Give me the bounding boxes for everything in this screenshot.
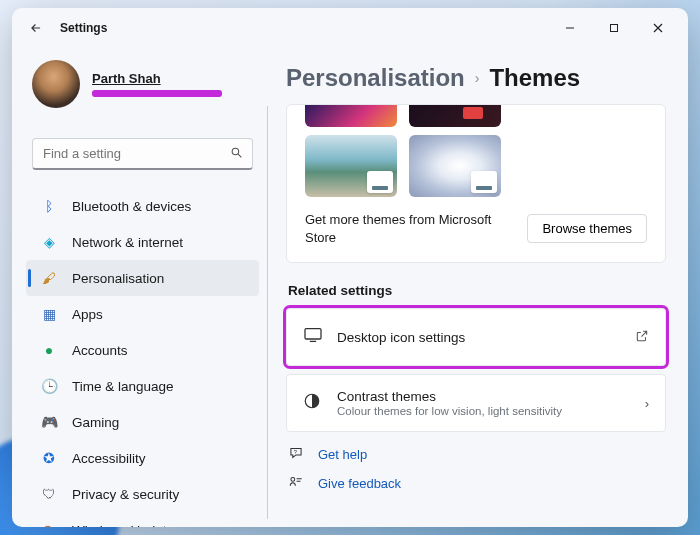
theme-tile[interactable] <box>305 135 397 197</box>
accessibility-icon: ✪ <box>40 449 58 467</box>
profile-block[interactable]: Parth Shah <box>26 54 259 120</box>
sidebar-item-label: Windows Update <box>72 523 174 528</box>
sidebar-item-gaming[interactable]: 🎮Gaming <box>26 404 259 440</box>
apps-icon: ▦ <box>40 305 58 323</box>
sidebar-item-label: Apps <box>72 307 103 322</box>
breadcrumb-current: Themes <box>489 64 580 92</box>
minimize-button[interactable] <box>548 12 592 44</box>
theme-tile[interactable] <box>409 135 501 197</box>
maximize-button[interactable] <box>592 12 636 44</box>
bluetooth-icon: ᛒ <box>40 197 58 215</box>
search-input[interactable] <box>32 138 253 170</box>
titlebar: Settings <box>12 8 688 48</box>
contrast-icon <box>303 392 327 414</box>
theme-tile[interactable] <box>305 105 397 127</box>
search-box <box>32 138 253 170</box>
shield-icon: 🛡 <box>40 485 58 503</box>
close-button[interactable] <box>636 12 680 44</box>
sidebar-item-label: Privacy & security <box>72 487 179 502</box>
wifi-icon: ◈ <box>40 233 58 251</box>
svg-rect-4 <box>305 329 321 339</box>
svg-point-2 <box>232 148 239 155</box>
open-external-icon <box>635 329 649 346</box>
sidebar-item-label: Network & internet <box>72 235 183 250</box>
sidebar-item-accessibility[interactable]: ✪Accessibility <box>26 440 259 476</box>
row-title: Contrast themes <box>337 389 645 404</box>
browse-themes-button[interactable]: Browse themes <box>527 214 647 243</box>
main-pane: Personalisation › Themes Get more th <box>268 48 688 527</box>
get-help-link[interactable]: Get help <box>318 447 367 462</box>
sidebar-item-apps[interactable]: ▦Apps <box>26 296 259 332</box>
related-settings-heading: Related settings <box>288 283 666 298</box>
sidebar-item-label: Accounts <box>72 343 128 358</box>
sidebar-item-network-internet[interactable]: ◈Network & internet <box>26 224 259 260</box>
update-icon: ⟳ <box>40 521 58 527</box>
nav-list: ᛒBluetooth & devices◈Network & internet🖌… <box>26 188 259 527</box>
give-feedback-row[interactable]: Give feedback <box>286 469 666 498</box>
sidebar-item-windows-update[interactable]: ⟳Windows Update <box>26 512 259 527</box>
sidebar-item-personalisation[interactable]: 🖌Personalisation <box>26 260 259 296</box>
avatar <box>32 60 80 108</box>
breadcrumb-parent[interactable]: Personalisation <box>286 64 465 92</box>
svg-point-8 <box>291 478 295 482</box>
breadcrumb: Personalisation › Themes <box>286 64 666 92</box>
contrast-themes-row[interactable]: Contrast themes Colour themes for low vi… <box>286 374 666 432</box>
svg-text:?: ? <box>294 449 297 455</box>
profile-name: Parth Shah <box>92 71 222 86</box>
settings-window: Settings Parth Shah <box>12 8 688 527</box>
give-feedback-link[interactable]: Give feedback <box>318 476 401 491</box>
sidebar-item-label: Time & language <box>72 379 174 394</box>
sidebar-item-privacy-security[interactable]: 🛡Privacy & security <box>26 476 259 512</box>
sidebar-item-label: Personalisation <box>72 271 164 286</box>
sidebar-item-label: Bluetooth & devices <box>72 199 191 214</box>
window-title: Settings <box>60 21 107 35</box>
sidebar-item-label: Gaming <box>72 415 119 430</box>
theme-tile[interactable] <box>409 105 501 127</box>
profile-email-redacted <box>92 90 222 97</box>
themes-card: Get more themes from Microsoft Store Bro… <box>286 104 666 263</box>
back-button[interactable] <box>20 12 52 44</box>
sidebar: Parth Shah ᛒBluetooth & devices◈Network … <box>12 48 267 527</box>
row-title: Desktop icon settings <box>337 330 635 345</box>
svg-line-3 <box>238 154 241 157</box>
monitor-icon <box>303 327 327 347</box>
row-subtitle: Colour themes for low vision, light sens… <box>337 405 645 417</box>
sidebar-item-time-language[interactable]: 🕒Time & language <box>26 368 259 404</box>
search-icon <box>230 146 243 162</box>
clock-globe-icon: 🕒 <box>40 377 58 395</box>
help-icon: ? <box>288 446 306 463</box>
desktop-icon-settings-row[interactable]: Desktop icon settings <box>286 308 666 366</box>
person-icon: ● <box>40 341 58 359</box>
chevron-right-icon: › <box>475 70 480 86</box>
chevron-right-icon: › <box>645 396 649 411</box>
sidebar-item-label: Accessibility <box>72 451 146 466</box>
sidebar-item-bluetooth-devices[interactable]: ᛒBluetooth & devices <box>26 188 259 224</box>
svg-rect-1 <box>611 25 618 32</box>
gaming-icon: 🎮 <box>40 413 58 431</box>
paintbrush-icon: 🖌 <box>40 269 58 287</box>
feedback-icon <box>288 475 306 492</box>
get-help-row[interactable]: ? Get help <box>286 440 666 469</box>
store-prompt: Get more themes from Microsoft Store <box>305 211 515 246</box>
sidebar-item-accounts[interactable]: ●Accounts <box>26 332 259 368</box>
